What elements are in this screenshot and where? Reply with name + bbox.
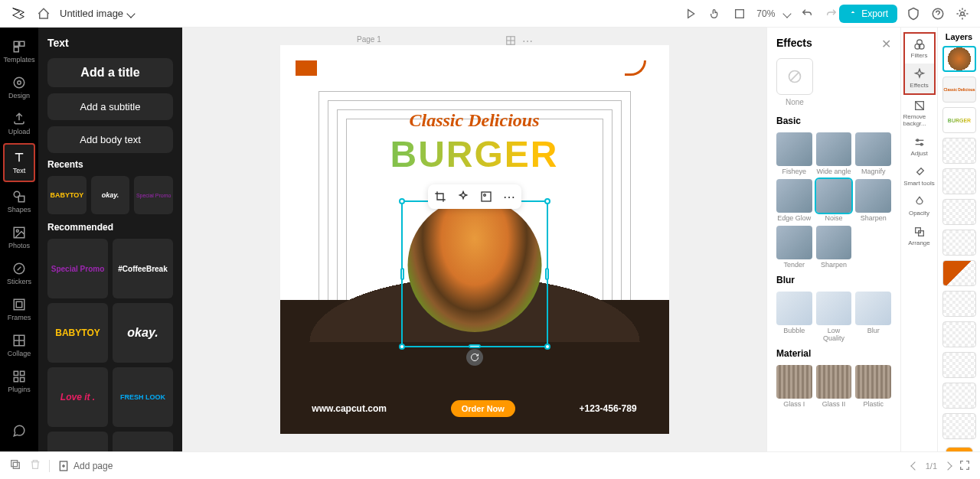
redo-icon[interactable]	[824, 6, 839, 21]
layer-thumb[interactable]	[942, 291, 976, 317]
add-page-button[interactable]: Add page	[57, 460, 113, 472]
undo-icon[interactable]	[799, 6, 815, 21]
resize-handle[interactable]	[545, 268, 549, 280]
resize-handle[interactable]	[544, 344, 550, 350]
order-button[interactable]: Order Now	[451, 400, 515, 417]
text-preset[interactable]: BABYTOY	[47, 303, 108, 363]
text-preset[interactable]: okay.	[91, 176, 130, 214]
text-preset[interactable]: WHAT IF..	[113, 432, 173, 451]
navrail-comment[interactable]	[0, 418, 38, 444]
effect-lowquality[interactable]: Low Quality	[816, 292, 852, 342]
phone-text[interactable]: +123-456-789	[580, 403, 637, 414]
layer-thumb[interactable]	[942, 168, 976, 194]
design-canvas[interactable]: Classic Delicious BURGER	[280, 45, 669, 434]
shield-icon[interactable]	[905, 5, 922, 22]
navrail-collage[interactable]: Collage	[0, 327, 38, 363]
layer-thumb[interactable]	[942, 230, 976, 256]
close-icon[interactable]: ✕	[881, 37, 891, 51]
navrail-photos[interactable]: Photos	[0, 220, 38, 256]
trash-icon[interactable]	[29, 458, 41, 474]
settings-icon[interactable]	[954, 5, 971, 22]
help-icon[interactable]	[929, 5, 946, 22]
layer-thumb[interactable]	[942, 413, 976, 439]
website-text[interactable]: www.capcut.com	[312, 403, 387, 414]
text-preset[interactable]: BABYTOY	[47, 176, 87, 214]
layer-thumb[interactable]	[942, 352, 976, 378]
rotate-handle[interactable]	[466, 349, 483, 366]
text-preset[interactable]: Exclusive Jewelry	[47, 432, 108, 451]
navrail-stickers[interactable]: Stickers	[0, 256, 38, 292]
prev-page[interactable]	[910, 461, 919, 470]
filename[interactable]: Untitled image	[60, 8, 134, 19]
effect-glass2[interactable]: Glass II	[816, 365, 852, 408]
effect-bubble[interactable]: Bubble	[776, 292, 812, 342]
play-icon[interactable]	[683, 6, 698, 21]
resize-handle[interactable]	[544, 198, 550, 204]
navrail-upload[interactable]: Upload	[0, 106, 38, 142]
layer-thumb[interactable]	[942, 321, 976, 347]
app-logo[interactable]	[9, 5, 28, 23]
toolrail-arrange[interactable]: Arrange	[903, 221, 936, 251]
layer-thumb[interactable]	[942, 383, 976, 409]
navrail-frames[interactable]: Frames	[0, 292, 38, 327]
layer-thumb[interactable]	[946, 447, 973, 451]
magic-icon[interactable]	[455, 188, 472, 205]
toolrail-adjust[interactable]: Adjust	[903, 132, 936, 161]
effect-glass1[interactable]: Glass I	[776, 365, 812, 408]
toolrail-opacity[interactable]: Opacity	[903, 191, 936, 221]
text-preset[interactable]: Love it .	[47, 367, 108, 427]
text-preset[interactable]: #CoffeeBreak	[113, 239, 173, 298]
effect-sharpen2[interactable]: Sharpen	[816, 226, 852, 269]
toolrail-filters[interactable]: Filters	[903, 32, 936, 64]
toolrail-effects[interactable]: Effects	[903, 64, 936, 95]
more-icon[interactable]: ⋯	[501, 188, 518, 205]
fullscreen-icon[interactable]	[959, 459, 971, 473]
effect-tender[interactable]: Tender	[776, 226, 812, 269]
image-icon[interactable]	[478, 188, 495, 205]
toolrail-smart[interactable]: Smart tools	[903, 161, 936, 191]
effect-fisheye[interactable]: Fisheye	[776, 132, 812, 175]
zoom-level[interactable]: 70%	[756, 8, 775, 19]
effect-edgeglow[interactable]: Edge Glow	[776, 179, 812, 222]
effect-sharpen[interactable]: Sharpen	[855, 179, 891, 222]
layer-thumb[interactable]	[942, 199, 976, 225]
add-body-button[interactable]: Add body text	[47, 126, 173, 153]
text-preset[interactable]: okay.	[113, 303, 173, 363]
resize-handle[interactable]	[400, 268, 404, 280]
layer-thumb[interactable]	[942, 46, 976, 72]
layers-icon[interactable]	[9, 458, 21, 474]
effect-wideangle[interactable]: Wide angle	[816, 132, 852, 175]
navrail-templates[interactable]: Templates	[0, 34, 38, 70]
chevron-down-icon[interactable]	[783, 9, 792, 18]
add-title-button[interactable]: Add a title	[47, 58, 173, 87]
crop-icon[interactable]	[432, 188, 449, 205]
effect-blur[interactable]: Blur	[855, 292, 891, 342]
effect-plastic[interactable]: Plastic	[855, 365, 891, 408]
export-button[interactable]: Export	[839, 5, 897, 23]
home-icon[interactable]	[37, 7, 51, 21]
effect-noise[interactable]: Noise	[816, 179, 852, 222]
effect-magnify[interactable]: Magnify	[855, 132, 891, 175]
add-subtitle-button[interactable]: Add a subtitle	[47, 93, 173, 120]
resize-handle[interactable]	[399, 344, 405, 350]
effect-none[interactable]	[776, 58, 813, 95]
toolrail-removebg[interactable]: Remove backgr...	[903, 95, 936, 132]
classic-text[interactable]: Classic Delicious	[280, 110, 669, 131]
layer-thumb[interactable]	[942, 138, 976, 164]
burger-heading[interactable]: BURGER	[280, 133, 669, 175]
navrail-plugins[interactable]: Plugins	[0, 363, 38, 399]
next-page[interactable]	[943, 461, 952, 470]
layer-thumb[interactable]: BURGER	[942, 107, 976, 133]
text-preset[interactable]: Special Promo	[134, 176, 173, 214]
navrail-text[interactable]: Text	[3, 143, 35, 182]
text-preset[interactable]: FRESH LOOK	[113, 367, 173, 427]
hand-icon[interactable]	[707, 6, 723, 21]
resize-handle[interactable]	[399, 198, 405, 204]
resize-icon[interactable]	[732, 6, 747, 21]
layer-thumb[interactable]	[942, 260, 976, 286]
navrail-design[interactable]: Design	[0, 70, 38, 106]
resize-handle[interactable]	[469, 344, 481, 348]
navrail-shapes[interactable]: Shapes	[0, 184, 38, 220]
layer-thumb[interactable]: Classic Delicious	[942, 77, 976, 103]
text-preset[interactable]: Special Promo	[47, 239, 108, 298]
